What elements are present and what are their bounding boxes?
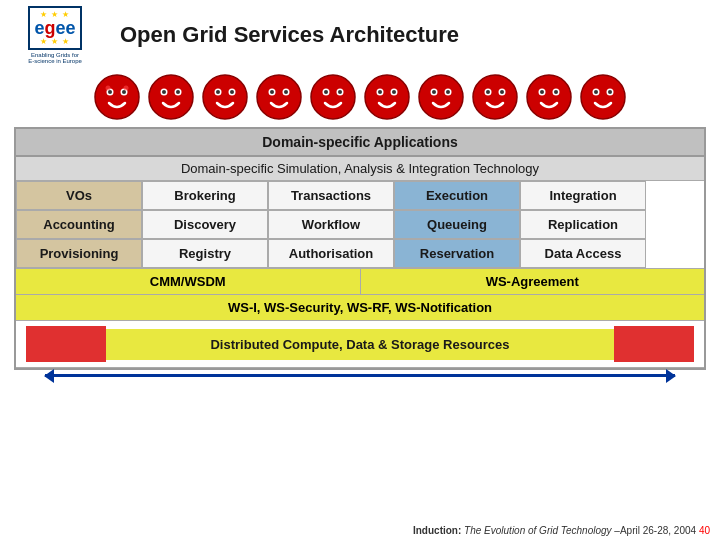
svg-point-12 bbox=[203, 75, 247, 119]
svg-point-6 bbox=[124, 86, 129, 91]
wsi-row: WS-I, WS-Security, WS-RF, WS-Notificatio… bbox=[16, 295, 704, 321]
svg-point-46 bbox=[554, 90, 558, 94]
footer-italic: The Evolution of Grid Technology bbox=[464, 525, 612, 536]
svg-point-10 bbox=[162, 90, 166, 94]
grid-table: VOs Brokering Transactions Execution Int… bbox=[16, 181, 704, 269]
svg-point-36 bbox=[446, 90, 450, 94]
svg-point-50 bbox=[594, 90, 598, 94]
svg-point-5 bbox=[106, 86, 111, 91]
dist-red-right bbox=[614, 326, 694, 362]
svg-point-32 bbox=[419, 75, 463, 119]
svg-point-20 bbox=[270, 90, 274, 94]
svg-point-16 bbox=[230, 90, 234, 94]
cell-data-access: Data Access bbox=[520, 239, 646, 268]
svg-point-35 bbox=[432, 90, 436, 94]
dist-red-left bbox=[26, 326, 106, 362]
cell-reservation: Reservation bbox=[394, 239, 520, 268]
cmm-label: CMM/WSDM bbox=[16, 269, 361, 294]
svg-point-17 bbox=[257, 75, 301, 119]
footer-date: –April 26-28, 2004 bbox=[614, 525, 696, 536]
svg-point-45 bbox=[540, 90, 544, 94]
svg-point-25 bbox=[324, 90, 328, 94]
page: ★ ★ ★ egee ★ ★ ★ Enabling Grids for E-sc… bbox=[0, 0, 720, 540]
bidirectional-arrow bbox=[45, 374, 675, 377]
svg-point-21 bbox=[284, 90, 288, 94]
cell-accounting: Accounting bbox=[16, 210, 142, 239]
smiley-4 bbox=[255, 73, 303, 121]
svg-point-42 bbox=[527, 75, 571, 119]
arrow-row bbox=[0, 370, 720, 381]
svg-point-30 bbox=[378, 90, 382, 94]
domain-sim-bar: Domain-specific Simulation, Analysis & I… bbox=[16, 157, 704, 181]
footer-induction-label: Induction: bbox=[413, 525, 461, 536]
smiley-2 bbox=[147, 73, 195, 121]
footer: Induction: The Evolution of Grid Technol… bbox=[413, 525, 710, 536]
svg-point-26 bbox=[338, 90, 342, 94]
smiley-1 bbox=[93, 73, 141, 121]
smiley-7 bbox=[417, 73, 465, 121]
smileys-row bbox=[0, 65, 720, 127]
svg-point-3 bbox=[108, 90, 112, 94]
cell-replication: Replication bbox=[520, 210, 646, 239]
svg-point-51 bbox=[608, 90, 612, 94]
svg-point-47 bbox=[581, 75, 625, 119]
svg-point-7 bbox=[149, 75, 193, 119]
svg-point-11 bbox=[176, 90, 180, 94]
distributed-label: Distributed Compute, Data & Storage Reso… bbox=[106, 329, 614, 360]
domain-apps-bar: Domain-specific Applications bbox=[16, 129, 704, 157]
cell-vos: VOs bbox=[16, 181, 142, 210]
smiley-10 bbox=[579, 73, 627, 121]
logo-stars-bottom: ★ ★ ★ bbox=[40, 37, 70, 46]
cell-integration: Integration bbox=[520, 181, 646, 210]
svg-point-0 bbox=[95, 75, 139, 119]
cell-registry: Registry bbox=[142, 239, 268, 268]
architecture-diagram: Domain-specific Applications Domain-spec… bbox=[14, 127, 706, 370]
logo-text: egee bbox=[34, 19, 75, 37]
svg-point-27 bbox=[365, 75, 409, 119]
smiley-6 bbox=[363, 73, 411, 121]
cell-authorisation: Authorisation bbox=[268, 239, 394, 268]
smiley-5 bbox=[309, 73, 357, 121]
smiley-9 bbox=[525, 73, 573, 121]
cell-brokering: Brokering bbox=[142, 181, 268, 210]
cell-provisioning: Provisioning bbox=[16, 239, 142, 268]
svg-point-15 bbox=[216, 90, 220, 94]
svg-point-22 bbox=[311, 75, 355, 119]
header: ★ ★ ★ egee ★ ★ ★ Enabling Grids for E-sc… bbox=[0, 0, 720, 65]
cell-discovery: Discovery bbox=[142, 210, 268, 239]
logo-box: ★ ★ ★ egee ★ ★ ★ bbox=[28, 6, 81, 50]
svg-point-31 bbox=[392, 90, 396, 94]
logo: ★ ★ ★ egee ★ ★ ★ Enabling Grids for E-sc… bbox=[10, 10, 100, 60]
svg-point-41 bbox=[500, 90, 504, 94]
svg-point-40 bbox=[486, 90, 490, 94]
ws-agreement-label: WS-Agreement bbox=[361, 269, 705, 294]
smiley-3 bbox=[201, 73, 249, 121]
svg-point-37 bbox=[473, 75, 517, 119]
footer-page-num: 40 bbox=[699, 525, 710, 536]
distributed-row: Distributed Compute, Data & Storage Reso… bbox=[16, 321, 704, 368]
cell-queueing: Queueing bbox=[394, 210, 520, 239]
cell-transactions: Transactions bbox=[268, 181, 394, 210]
logo-subtitle: Enabling Grids for E-science in Europe bbox=[28, 52, 82, 64]
svg-point-4 bbox=[122, 90, 126, 94]
smiley-8 bbox=[471, 73, 519, 121]
cell-workflow: Workflow bbox=[268, 210, 394, 239]
cmm-row: CMM/WSDM WS-Agreement bbox=[16, 269, 704, 295]
cell-execution: Execution bbox=[394, 181, 520, 210]
page-title: Open Grid Services Architecture bbox=[120, 22, 459, 48]
